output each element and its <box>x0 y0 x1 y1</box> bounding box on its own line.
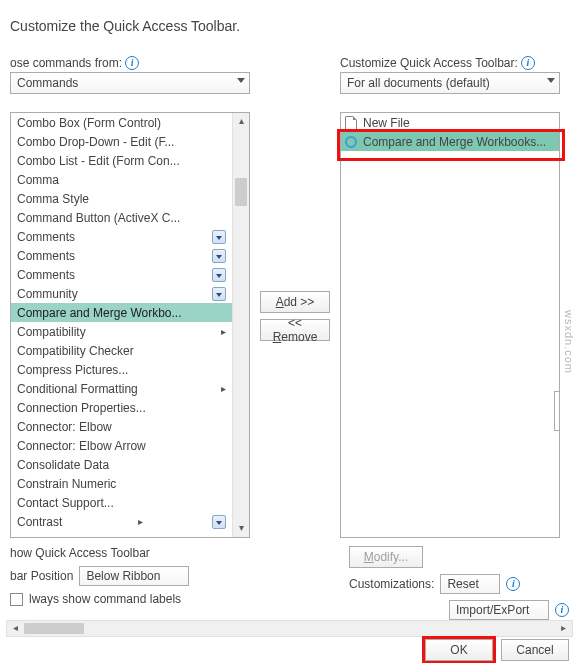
info-icon[interactable]: i <box>521 56 535 70</box>
list-item[interactable]: Contact Support... <box>11 493 232 512</box>
list-item-label: Community <box>17 287 78 301</box>
scroll-right-arrow[interactable]: ▸ <box>555 621 572 636</box>
list-item-selected[interactable]: Compare and Merge Workbooks... <box>341 132 559 151</box>
list-item[interactable]: Command Button (ActiveX C... <box>11 208 232 227</box>
customizations-label: Customizations: <box>349 577 434 591</box>
list-item-label: Consolidate Data <box>17 458 109 472</box>
reorder-buttons[interactable] <box>554 391 560 431</box>
reset-dropdown[interactable]: Reset <box>440 574 500 594</box>
choose-commands-select[interactable]: Commands <box>10 72 250 94</box>
modify-button: Modify... <box>349 546 423 568</box>
dropdown-icon <box>212 515 226 529</box>
list-item-label: Compatibility Checker <box>17 344 134 358</box>
list-item-label: Contrast <box>17 515 62 529</box>
cancel-button[interactable]: Cancel <box>501 639 569 661</box>
list-item[interactable]: Comma Style <box>11 189 232 208</box>
submenu-arrow-icon: ▸ <box>132 516 143 527</box>
list-item-label: Compatibility <box>17 325 86 339</box>
ok-button[interactable]: OK <box>425 639 493 661</box>
toolbar-position-label: bar Position <box>10 569 73 583</box>
list-item[interactable]: Combo Drop-Down - Edit (F... <box>11 132 232 151</box>
list-item[interactable]: Compatibility▸ <box>11 322 232 341</box>
list-item[interactable]: Comments <box>11 227 232 246</box>
list-item-label: Comments <box>17 268 75 282</box>
chevron-down-icon <box>547 78 555 83</box>
info-icon[interactable]: i <box>555 603 569 617</box>
list-item-label: Constrain Numeric <box>17 477 116 491</box>
remove-rest: emove <box>281 330 317 344</box>
list-item-label: Comma Style <box>17 192 89 206</box>
dialog-title: Customize the Quick Access Toolbar. <box>10 18 569 34</box>
list-item[interactable]: Connection Properties... <box>11 398 232 417</box>
dropdown-icon <box>212 268 226 282</box>
customize-toolbar-label: Customize Quick Access Toolbar: <box>340 56 518 70</box>
list-item-label: Compress Pictures... <box>17 363 128 377</box>
list-item[interactable]: Connector: Elbow Arrow <box>11 436 232 455</box>
scrollbar-vertical[interactable]: ▴ ▾ <box>232 113 249 537</box>
list-item[interactable]: Contrast▸ <box>11 512 232 531</box>
dropdown-icon <box>212 287 226 301</box>
list-item-label: Compare and Merge Workbooks... <box>363 135 546 149</box>
list-item[interactable]: Comments <box>11 265 232 284</box>
list-item-label: Compare and Merge Workbo... <box>17 306 182 320</box>
list-item[interactable]: Community <box>11 284 232 303</box>
dropdown-icon <box>212 249 226 263</box>
scrollbar-horizontal[interactable]: ◂ ▸ <box>6 620 573 637</box>
always-show-label: lways show command labels <box>29 592 181 606</box>
list-item[interactable]: Compare and Merge Workbo... <box>11 303 232 322</box>
list-item[interactable]: Compatibility Checker <box>11 341 232 360</box>
list-item[interactable]: Constrain Numeric <box>11 474 232 493</box>
list-item-label: Conditional Formatting <box>17 382 138 396</box>
scroll-down-arrow[interactable]: ▾ <box>233 520 249 537</box>
submenu-arrow-icon: ▸ <box>215 326 226 337</box>
commands-listbox[interactable]: Combo Box (Form Control)Combo Drop-Down … <box>10 112 250 538</box>
always-show-checkbox[interactable] <box>10 593 23 606</box>
list-item[interactable]: Conditional Formatting▸ <box>11 379 232 398</box>
remove-underline: R <box>273 330 282 344</box>
scroll-thumb-h[interactable] <box>24 623 84 634</box>
add-button[interactable]: Add >> <box>260 291 330 313</box>
list-item[interactable]: Comments <box>11 246 232 265</box>
add-rest: dd >> <box>284 295 315 309</box>
list-item-label: Command Button (ActiveX C... <box>17 211 180 225</box>
show-toolbar-label: how Quick Access Toolbar <box>10 546 250 560</box>
list-item[interactable]: New File <box>341 113 559 132</box>
watermark: wsxdn.com <box>563 310 575 374</box>
list-item-label: New File <box>363 116 410 130</box>
choose-commands-label: ose commands from: <box>10 56 122 70</box>
list-item-label: Comma <box>17 173 59 187</box>
list-item[interactable]: Connector: Elbow <box>11 417 232 436</box>
document-icon <box>345 116 357 130</box>
add-underline: A <box>276 295 284 309</box>
chevron-down-icon <box>237 78 245 83</box>
current-toolbar-listbox[interactable]: New File Compare and Merge Workbooks... <box>340 112 560 538</box>
remove-prefix: << <box>288 316 302 330</box>
import-export-dropdown[interactable]: Import/ExPort <box>449 600 549 620</box>
list-item-label: Connector: Elbow Arrow <box>17 439 146 453</box>
list-item[interactable]: Consolidate Data <box>11 455 232 474</box>
list-item-label: Combo Box (Form Control) <box>17 116 161 130</box>
list-item-label: Combo Drop-Down - Edit (F... <box>17 135 174 149</box>
info-icon[interactable]: i <box>125 56 139 70</box>
list-item[interactable]: Comma <box>11 170 232 189</box>
list-item[interactable]: Combo List - Edit (Form Con... <box>11 151 232 170</box>
scroll-left-arrow[interactable]: ◂ <box>7 621 24 636</box>
info-icon[interactable]: i <box>506 577 520 591</box>
toolbar-position-select[interactable]: Below Ribbon <box>79 566 189 586</box>
list-item-label: Comments <box>17 249 75 263</box>
toolbar-position-value: Below Ribbon <box>86 569 160 583</box>
submenu-arrow-icon: ▸ <box>215 383 226 394</box>
remove-button[interactable]: << Remove <box>260 319 330 341</box>
customize-scope-value: For all documents (default) <box>347 76 490 90</box>
list-item-label: Contact Support... <box>17 496 114 510</box>
list-item[interactable]: Compress Pictures... <box>11 360 232 379</box>
list-item-label: Connection Properties... <box>17 401 146 415</box>
list-item-label: Comments <box>17 230 75 244</box>
scroll-thumb[interactable] <box>235 178 247 206</box>
dropdown-icon <box>212 230 226 244</box>
customize-scope-select[interactable]: For all documents (default) <box>340 72 560 94</box>
list-item[interactable]: Combo Box (Form Control) <box>11 113 232 132</box>
list-item-label: Connector: Elbow <box>17 420 112 434</box>
list-item-label: Combo List - Edit (Form Con... <box>17 154 180 168</box>
scroll-up-arrow[interactable]: ▴ <box>233 113 249 130</box>
